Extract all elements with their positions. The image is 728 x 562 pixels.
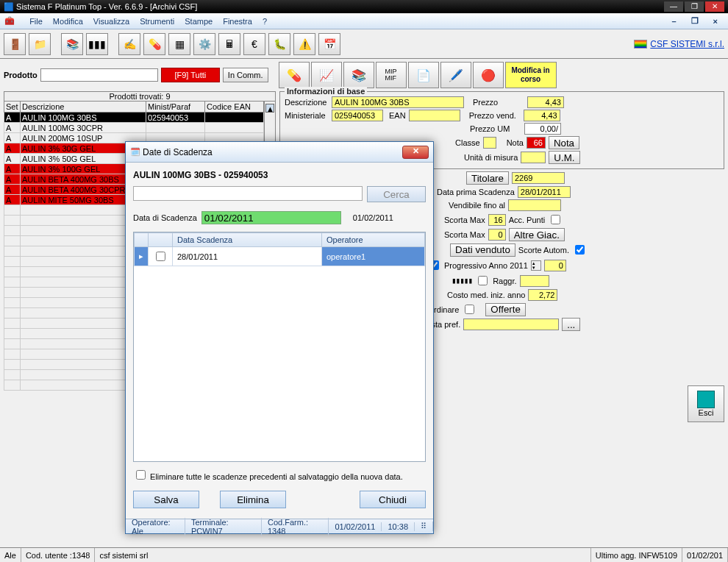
prezzoum-field[interactable]: 0,00/ bbox=[524, 123, 561, 135]
lista-pref-label: ista pref. bbox=[429, 320, 460, 329]
um-field[interactable] bbox=[521, 152, 546, 163]
in-comm-button[interactable]: In Comm. bbox=[223, 68, 268, 82]
col-minist[interactable]: Minist/Paraf bbox=[146, 102, 205, 113]
ean-field[interactable] bbox=[409, 110, 460, 121]
offerte-button[interactable]: Offerte bbox=[485, 303, 526, 316]
function-toolbar: 💊 📈 📚 MIPMIF 📄 🖊️ 🔴 Modifica in corso bbox=[279, 62, 557, 88]
tool-edit-icon[interactable]: ✍️ bbox=[118, 33, 140, 55]
cerca-button[interactable]: Cerca bbox=[367, 186, 426, 202]
elimina-precedenti-checkbox[interactable] bbox=[136, 470, 146, 480]
tool-archive-icon[interactable]: 📁 bbox=[29, 33, 51, 55]
tool-euro-icon[interactable]: € bbox=[243, 33, 265, 55]
f9-tutti-button[interactable]: [F9] Tutti bbox=[161, 68, 220, 82]
col-desc[interactable]: Descrizione bbox=[21, 102, 146, 113]
dati-venduto-button[interactable]: Dati venduto bbox=[450, 243, 515, 257]
menu-visualizza[interactable]: Visualizza bbox=[93, 17, 129, 26]
smax-field[interactable]: 16 bbox=[488, 214, 506, 226]
prog-field[interactable]: 0 bbox=[544, 260, 566, 271]
row-checkbox[interactable] bbox=[156, 252, 165, 261]
lista-pref-field[interactable] bbox=[463, 319, 559, 330]
nota-field[interactable]: 66 bbox=[527, 137, 546, 149]
menu-stampe[interactable]: Stampe bbox=[185, 17, 213, 26]
scroll-up-icon[interactable]: ▲ bbox=[265, 104, 274, 113]
chiudi-button[interactable]: Chiudi bbox=[360, 491, 426, 508]
nota-label: Nota bbox=[507, 138, 524, 147]
menu-modifica[interactable]: Modifica bbox=[53, 17, 83, 26]
ordinare-checkbox[interactable] bbox=[465, 305, 474, 314]
prezzov-field[interactable]: 4,43 bbox=[524, 110, 560, 121]
dialog-search-input[interactable] bbox=[133, 186, 363, 201]
st-date: 01/02/2011 bbox=[329, 522, 382, 531]
info-legend: Informazioni di base bbox=[285, 87, 367, 96]
tool-calendar-icon[interactable]: 📅 bbox=[318, 33, 340, 55]
fn-alert-icon[interactable]: 🔴 bbox=[473, 62, 504, 88]
tool-books-icon[interactable]: 📚 bbox=[61, 33, 83, 55]
tool-barcode-icon[interactable]: ▮▮▮ bbox=[86, 33, 108, 55]
tool-table-icon[interactable]: ▦ bbox=[168, 33, 190, 55]
prodotto-input[interactable] bbox=[40, 68, 158, 82]
scorte-autom-checkbox[interactable] bbox=[575, 245, 585, 255]
minimize-button[interactable]: — bbox=[664, 1, 683, 12]
status-ultimo-agg: Ultimo agg. INFW5109 bbox=[591, 548, 682, 562]
scadenza-row[interactable]: ▸ 28/01/2011 operatore1 bbox=[135, 247, 425, 266]
col-set[interactable]: Set bbox=[4, 102, 21, 113]
raggr-field[interactable] bbox=[520, 275, 549, 287]
mdi-minimize[interactable]: – bbox=[671, 17, 676, 26]
vfa-field[interactable] bbox=[508, 199, 561, 211]
mdi-close[interactable]: × bbox=[713, 17, 718, 26]
fn-books-icon[interactable]: 📚 bbox=[343, 62, 374, 88]
tool-bug-icon[interactable]: 🐛 bbox=[268, 33, 290, 55]
scadenze-grid[interactable]: Data Scadenza Operatore ▸ 28/01/2011 ope… bbox=[133, 232, 426, 462]
descr-field[interactable]: AULIN 100MG 30BS bbox=[332, 96, 464, 108]
menu-strumenti[interactable]: Strumenti bbox=[140, 17, 174, 26]
menu-file[interactable]: File bbox=[29, 17, 43, 26]
classe-field[interactable] bbox=[483, 137, 496, 149]
raggr-checkbox[interactable] bbox=[478, 276, 488, 285]
um-button[interactable]: U.M. bbox=[549, 151, 579, 164]
col-ean[interactable]: Codice EAN bbox=[205, 102, 264, 113]
altre-giac-button[interactable]: Altre Giac. bbox=[509, 228, 565, 241]
fn-pills-icon[interactable]: 💊 bbox=[279, 62, 310, 88]
fn-copy-icon[interactable]: 📄 bbox=[408, 62, 439, 88]
fn-graph-icon[interactable]: 📈 bbox=[311, 62, 342, 88]
fn-pen-icon[interactable]: 🖊️ bbox=[440, 62, 471, 88]
prezzo-field[interactable]: 4,43 bbox=[527, 96, 564, 108]
accp-checkbox[interactable] bbox=[551, 215, 560, 224]
tool-exit-icon[interactable]: 🚪 bbox=[4, 33, 26, 55]
dialog-close-button[interactable]: ✕ bbox=[402, 146, 429, 159]
titolare-field[interactable]: 2269 bbox=[512, 172, 565, 184]
vendor-link[interactable]: CSF SISTEMI s.r.l. bbox=[634, 39, 724, 49]
data-scadenza-input[interactable] bbox=[201, 211, 341, 224]
smax2-field[interactable]: 0 bbox=[488, 229, 506, 241]
ordinare-label: ordinare bbox=[429, 305, 459, 314]
fn-mip-icon[interactable]: MIPMIF bbox=[376, 62, 407, 88]
dialog-statusbar: Operatore: Ale Terminale: PCWIN7 Cod.Far… bbox=[126, 519, 433, 533]
resize-grip-icon[interactable]: ⠿ bbox=[415, 522, 433, 531]
col-operatore[interactable]: Operatore bbox=[322, 233, 425, 247]
st-codfarm: Cod.Farm.: 1348 bbox=[262, 518, 329, 536]
maximize-button[interactable]: ❐ bbox=[685, 1, 704, 12]
close-button[interactable]: ✕ bbox=[705, 1, 724, 12]
salva-button[interactable]: Salva bbox=[133, 491, 199, 508]
titolare-button[interactable]: Titolare bbox=[466, 171, 509, 185]
status-cod-utente: Cod. utente :1348 bbox=[21, 548, 95, 562]
menu-help[interactable]: ? bbox=[263, 17, 267, 26]
costo-field[interactable]: 2,72 bbox=[528, 289, 557, 301]
tool-warn-icon[interactable]: ⚠️ bbox=[293, 33, 315, 55]
lista-pref-browse[interactable]: ... bbox=[562, 318, 580, 331]
nota-button[interactable]: Nota bbox=[549, 136, 579, 149]
elimina-button[interactable]: Elimina bbox=[220, 491, 286, 508]
minist-field[interactable]: 025940053 bbox=[332, 110, 383, 121]
col-data-scadenza[interactable]: Data Scadenza bbox=[173, 233, 322, 247]
tool-calc-icon[interactable]: 🖩 bbox=[218, 33, 240, 55]
mdi-restore[interactable]: ❐ bbox=[691, 16, 699, 26]
esci-button[interactable]: Esci bbox=[688, 385, 724, 422]
tool-gears-icon[interactable]: ⚙️ bbox=[193, 33, 215, 55]
table-row[interactable]: AAULIN 100MG 30BS025940053 bbox=[4, 113, 264, 123]
dps-field[interactable]: 28/01/2011 bbox=[518, 186, 571, 198]
table-row[interactable]: AAULIN 100MG 30CPR bbox=[4, 123, 264, 133]
status-ale: Ale bbox=[0, 548, 21, 562]
menu-finestra[interactable]: Finestra bbox=[223, 17, 252, 26]
tool-pills-icon[interactable]: 💊 bbox=[143, 33, 165, 55]
menu-bar: 🧰 File Modifica Visualizza Strumenti Sta… bbox=[0, 13, 728, 29]
